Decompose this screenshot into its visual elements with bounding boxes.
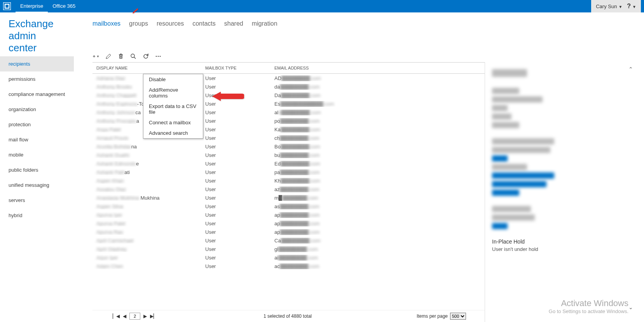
table-row[interactable]: April CarmichaelUserCa████████.com [92,236,485,245]
svg-point-5 [158,56,159,57]
tab-mailboxes[interactable]: mailboxes [92,20,120,27]
caret-down-icon: ▼ [632,5,636,9]
delete-button[interactable] [117,53,124,60]
menu-disable[interactable]: Disable [143,74,203,85]
user-area: Cary Sun▼ ?▼ [591,0,641,12]
table-row[interactable]: Anastasia Mukhina MukhinaUserm████████.c… [92,193,485,202]
pager: ▏◀ ◀ ▶ ▶▏ 1 selected of 4880 total Items… [92,310,485,322]
sidebar: recipients permissions compliance manage… [0,56,74,223]
table-row[interactable]: Arjun IyerUserai████████.com [92,253,485,262]
table-row[interactable]: Ashanti EdmondseUserEd████████.com [92,159,485,168]
details-collapse-up[interactable]: ⌃ [628,66,633,72]
pager-status: 1 selected of 4880 total [159,313,417,319]
search-button[interactable] [130,53,137,60]
office-logo-icon [3,2,11,10]
topbar-tab-enterprise[interactable]: Enterprise [16,0,48,12]
table-header: DISPLAY NAME MAILBOX TYPE EMAIL ADDRESS [92,63,485,74]
pager-last[interactable]: ▶▏ [148,313,159,319]
tab-contacts[interactable]: contacts [192,20,216,27]
refresh-button[interactable] [142,53,149,60]
user-menu[interactable]: Cary Sun▼ [596,3,622,9]
header-mailboxtype[interactable]: MAILBOX TYPE [201,63,271,73]
details-pane: ⌃ In-Place Hold [485,62,640,322]
sidebar-item-compliance[interactable]: compliance management [0,87,74,102]
page-title: Exchange admin center [9,18,65,54]
header-email[interactable]: EMAIL ADDRESS [271,63,485,73]
add-button[interactable]: ▼ [92,53,99,60]
more-dropdown-menu: Disable Add/Remove columns Export data t… [143,74,203,139]
topbar: Enterprise Office 365 Cary Sun▼ ?▼ [0,0,644,12]
sidebar-item-publicfolders[interactable]: public folders [0,162,74,178]
pager-next[interactable]: ▶ [142,313,148,319]
inplace-hold-status: User isn't under hold [492,246,633,252]
menu-connectmailbox[interactable]: Connect a mailbox [143,117,203,128]
sidebar-item-mobile[interactable]: mobile [0,147,74,162]
pager-page-input[interactable] [129,313,140,320]
tab-migration[interactable]: migration [252,20,277,27]
caret-down-icon: ▼ [96,55,99,58]
edit-button[interactable] [105,53,112,60]
sidebar-item-servers[interactable]: servers [0,193,74,208]
pager-first[interactable]: ▏◀ [111,313,121,319]
sidebar-item-recipients[interactable]: recipients [0,56,74,71]
items-per-page-label: Items per page [417,313,448,319]
mailbox-table: DISPLAY NAME MAILBOX TYPE EMAIL ADDRESS … [92,62,485,322]
pager-prev[interactable]: ◀ [121,313,128,319]
sidebar-item-protection[interactable]: protection [0,117,74,132]
header-displayname[interactable]: DISPLAY NAME [92,63,201,73]
sidebar-item-organization[interactable]: organization [0,102,74,117]
main: mailboxes groups resources contacts shar… [74,12,644,322]
table-body: Disable Add/Remove columns Export data t… [92,74,485,310]
details-collapse-down[interactable]: ⌄ [628,304,633,310]
table-row[interactable]: Apurva IyerUserap████████.com [92,211,485,219]
items-per-page-select[interactable]: 500 [450,313,466,320]
more-button[interactable] [155,53,162,60]
table-row[interactable]: Adam ChenUserac████████.com [92,262,485,270]
sidebar-item-unifiedmessaging[interactable]: unified messaging [0,178,74,193]
table-row[interactable]: Aspen KhanUserKh████████.com [92,176,485,185]
table-row[interactable]: Apurva RaoUserap████████.com [92,228,485,236]
tab-groups[interactable]: groups [129,20,148,27]
caret-down-icon: ▼ [618,5,622,9]
svg-rect-2 [5,5,9,8]
tab-shared[interactable]: shared [224,20,243,27]
table-row[interactable]: Assatou DiazUseraz████████.com [92,185,485,193]
table-row[interactable]: Ashanti PatilatiUserpa████████.com [92,168,485,176]
sidebar-item-permissions[interactable]: permissions [0,71,74,87]
menu-exportcsv[interactable]: Export data to a CSV file [143,101,203,117]
menu-advancedsearch[interactable]: Advanced search [143,128,203,138]
sidebar-item-hybrid[interactable]: hybrid [0,208,74,223]
table-row[interactable]: April GladneyUsergl████████.com [92,245,485,253]
svg-point-4 [156,56,157,57]
toolbar: ▼ [74,30,644,62]
svg-point-6 [160,56,161,57]
menu-addremovecolumns[interactable]: Add/Remove columns [143,85,203,101]
sidebar-item-mailflow[interactable]: mail flow [0,132,74,147]
table-row[interactable]: Apurva PatelUserap████████.com [92,219,485,228]
table-row[interactable]: Ashanti DuathiUserbu████████.com [92,151,485,159]
table-row[interactable]: Arunita BohidarnaUserBo████████.com [92,142,485,151]
svg-point-3 [131,54,134,57]
topbar-tab-office365[interactable]: Office 365 [48,0,80,12]
inplace-hold-header: In-Place Hold [492,238,633,245]
page-title-area: Exchange admin center [0,12,74,56]
tab-resources[interactable]: resources [157,20,184,27]
table-row[interactable]: Aspen SilvaUseras████████.com [92,202,485,211]
subtabs: mailboxes groups resources contacts shar… [74,12,644,30]
help-menu[interactable]: ?▼ [627,3,636,10]
